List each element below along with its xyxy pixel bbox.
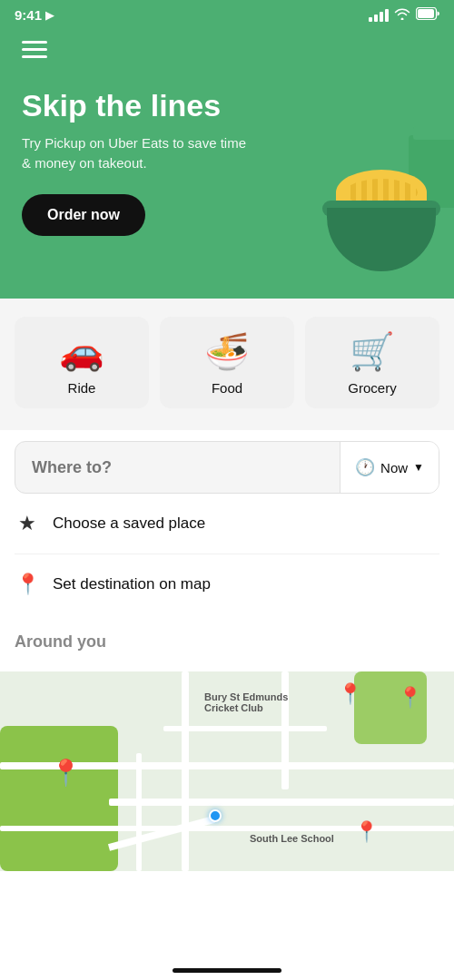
category-food[interactable]: 🍜 Food: [160, 317, 294, 408]
road-h3: [0, 826, 454, 831]
green-area-left: [0, 726, 118, 871]
map-destination-label: Set destination on map: [53, 575, 211, 593]
road-v1: [182, 671, 189, 871]
category-grocery[interactable]: 🛒 Grocery: [305, 317, 439, 408]
tree-pin: 📍: [50, 758, 82, 788]
categories-section: 🚗 Ride 🍜 Food 🛒 Grocery: [0, 299, 454, 430]
map-destination-option[interactable]: 📍 Set destination on map: [15, 554, 439, 614]
time-selector[interactable]: 🕐 Now ▼: [340, 442, 439, 493]
categories-grid: 🚗 Ride 🍜 Food 🛒 Grocery: [15, 299, 439, 416]
grocery-icon: 🛒: [350, 333, 395, 369]
battery-icon: [416, 7, 439, 23]
map-pin-1: 📍: [338, 682, 362, 706]
around-section: Around you: [0, 614, 454, 671]
map-pin-3: 📍: [354, 820, 379, 844]
my-location-dot: [209, 809, 222, 822]
category-ride-label: Ride: [68, 380, 96, 396]
road-v2: [281, 671, 289, 789]
road-h2: [109, 799, 454, 806]
road-v3: [136, 753, 142, 871]
order-now-button[interactable]: Order now: [22, 194, 145, 236]
category-ride[interactable]: 🚗 Ride: [15, 317, 149, 408]
wifi-icon: [394, 7, 410, 23]
map-background: Bury St EdmundsCricket Club South Lee Sc…: [0, 671, 454, 871]
status-left: 9:41 ▶: [15, 7, 54, 23]
status-right: [369, 7, 439, 23]
time: 9:41: [15, 7, 42, 23]
category-food-label: Food: [212, 380, 242, 396]
chevron-down-icon: ▼: [413, 461, 424, 474]
category-grocery-label: Grocery: [348, 380, 396, 396]
hero-section: Skip the lines Try Pickup on Uber Eats t…: [0, 26, 454, 299]
svg-rect-1: [418, 9, 434, 18]
home-indicator-area: [0, 871, 454, 900]
search-section: 🕐 Now ▼: [0, 430, 454, 494]
place-options: ★ Choose a saved place 📍 Set destination…: [0, 494, 454, 614]
signal-icon: [369, 9, 389, 22]
clock-icon: 🕐: [355, 457, 375, 477]
star-icon: ★: [15, 512, 40, 535]
status-bar: 9:41 ▶: [0, 0, 454, 26]
map-label-school: South Lee School: [250, 833, 334, 844]
menu-button[interactable]: [22, 41, 47, 58]
pin-icon: 📍: [15, 573, 40, 596]
search-bar: 🕐 Now ▼: [15, 441, 439, 494]
map-label-cricket: Bury St EdmundsCricket Club: [204, 691, 288, 713]
bowl-body: [327, 208, 436, 271]
map-container[interactable]: Bury St EdmundsCricket Club South Lee Sc…: [0, 671, 454, 871]
around-title: Around you: [15, 632, 439, 652]
hero-subtitle: Try Pickup on Uber Eats to save time & m…: [22, 133, 258, 174]
search-input[interactable]: [15, 444, 340, 492]
saved-place-label: Choose a saved place: [53, 514, 205, 533]
road-d1: [108, 816, 215, 851]
saved-place-option[interactable]: ★ Choose a saved place: [15, 494, 439, 554]
ride-icon: 🚗: [59, 333, 104, 369]
home-indicator: [173, 968, 281, 973]
time-label: Now: [380, 460, 408, 475]
hero-image: [281, 99, 454, 280]
location-icon: ▶: [45, 9, 54, 22]
food-icon: 🍜: [204, 333, 250, 369]
map-pin-2: 📍: [398, 686, 422, 710]
